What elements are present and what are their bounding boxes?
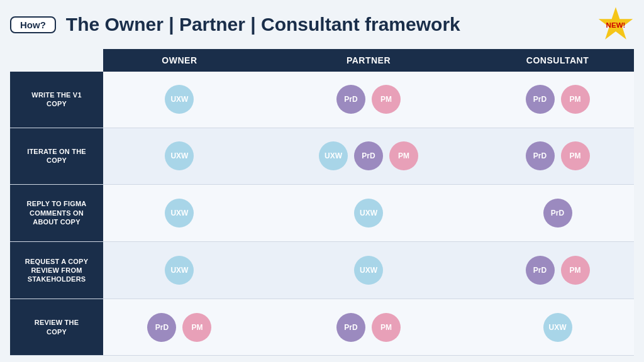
avatar-prd: PrD (526, 141, 555, 170)
partner-cell: UXW (256, 241, 481, 299)
owner-cell: UXW (103, 128, 256, 184)
framework-table: OWNER PARTNER CONSULTANT WRITE THE V1COP… (10, 49, 634, 356)
avatars-group: PrDPM (261, 85, 476, 114)
avatar-pm: PM (561, 85, 590, 114)
avatar-pm: PM (372, 85, 401, 114)
table-wrapper: OWNER PARTNER CONSULTANT WRITE THE V1COP… (10, 49, 634, 356)
consultant-header: CONSULTANT (481, 49, 634, 72)
avatar-prd: PrD (336, 85, 365, 114)
avatar-prd: PrD (526, 256, 555, 285)
avatar-uxw: UXW (165, 85, 194, 114)
avatar-prd: PrD (526, 85, 555, 114)
avatar-uxw: UXW (165, 199, 194, 228)
avatar-uxw: UXW (354, 199, 383, 228)
row-label: WRITE THE V1COPY (10, 72, 103, 128)
partner-cell: PrDPM (256, 299, 481, 356)
avatar-prd: PrD (354, 141, 383, 170)
avatars-group: UXW (108, 85, 251, 114)
owner-cell: PrDPM (103, 299, 256, 356)
avatar-uxw: UXW (319, 141, 348, 170)
avatar-prd: PrD (147, 313, 176, 342)
owner-cell: UXW (103, 184, 256, 241)
avatar-pm: PM (372, 313, 401, 342)
new-badge: NEW! (597, 6, 634, 43)
avatar-prd: PrD (336, 313, 365, 342)
page-title: The Owner | Partner | Consultant framewo… (66, 14, 587, 35)
table-row: WRITE THE V1COPY UXW PrDPM PrDPM (10, 72, 634, 128)
avatars-group: PrDPM (108, 313, 251, 342)
partner-cell: UXWPrDPM (256, 128, 481, 184)
row-label: REQUEST A COPYREVIEW FROMSTAKEHOLDERS (10, 241, 103, 299)
table-row: ITERATE ON THECOPY UXW UXWPrDPM PrDPM (10, 128, 634, 184)
avatar-pm: PM (561, 141, 590, 170)
svg-text:NEW!: NEW! (606, 21, 626, 29)
avatars-group: UXW (108, 141, 251, 170)
row-label: ITERATE ON THECOPY (10, 128, 103, 184)
partner-cell: PrDPM (256, 72, 481, 128)
owner-cell: UXW (103, 241, 256, 299)
owner-header: OWNER (103, 49, 256, 72)
avatars-group: UXW (261, 256, 476, 285)
avatars-group: UXW (108, 199, 251, 228)
avatar-pm: PM (389, 141, 418, 170)
avatar-pm: PM (182, 313, 211, 342)
avatar-uxw: UXW (543, 313, 572, 342)
row-label: REPLY TO FIGMACOMMENTS ONABOUT COPY (10, 184, 103, 241)
header: How? The Owner | Partner | Consultant fr… (10, 6, 634, 43)
avatars-group: PrDPM (486, 256, 629, 285)
page: How? The Owner | Partner | Consultant fr… (0, 0, 644, 362)
table-row: REPLY TO FIGMACOMMENTS ONABOUT COPY UXW … (10, 184, 634, 241)
partner-cell: UXW (256, 184, 481, 241)
avatars-group: UXWPrDPM (261, 141, 476, 170)
partner-header: PARTNER (256, 49, 481, 72)
avatar-uxw: UXW (354, 256, 383, 285)
consultant-cell: PrDPM (481, 128, 634, 184)
owner-cell: UXW (103, 72, 256, 128)
consultant-cell: PrDPM (481, 72, 634, 128)
avatars-group: PrDPM (261, 313, 476, 342)
avatar-prd: PrD (543, 199, 572, 228)
consultant-cell: PrD (481, 184, 634, 241)
avatars-group: UXW (261, 199, 476, 228)
consultant-cell: UXW (481, 299, 634, 356)
avatar-pm: PM (561, 256, 590, 285)
avatars-group: PrDPM (486, 85, 629, 114)
row-label: REVIEW THECOPY (10, 299, 103, 356)
avatars-group: UXW (108, 256, 251, 285)
avatars-group: PrDPM (486, 141, 629, 170)
avatar-uxw: UXW (165, 141, 194, 170)
empty-header (10, 49, 103, 72)
how-badge: How? (10, 16, 56, 33)
avatars-group: PrD (486, 199, 629, 228)
avatar-uxw: UXW (165, 256, 194, 285)
table-row: REVIEW THECOPY PrDPM PrDPM UXW (10, 299, 634, 356)
consultant-cell: PrDPM (481, 241, 634, 299)
header-row: OWNER PARTNER CONSULTANT (10, 49, 634, 72)
table-row: REQUEST A COPYREVIEW FROMSTAKEHOLDERS UX… (10, 241, 634, 299)
avatars-group: UXW (486, 313, 629, 342)
